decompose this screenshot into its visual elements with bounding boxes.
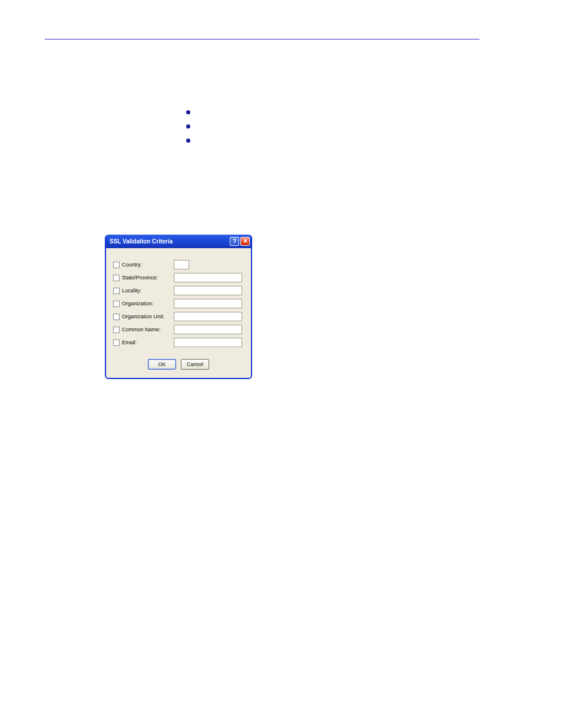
locality-label[interactable]: Locality: — [122, 288, 171, 294]
titlebar-buttons: ? — [230, 237, 250, 246]
field-row-commonname: Common Name: — [113, 325, 244, 334]
country-input[interactable] — [174, 260, 189, 269]
field-row-orgunit: Organization Unit: — [113, 312, 244, 321]
field-row-email: Email: — [113, 338, 244, 347]
cancel-button[interactable]: Cancel — [181, 359, 209, 370]
help-icon: ? — [233, 238, 237, 245]
locality-input[interactable] — [174, 286, 242, 295]
ok-button[interactable]: OK — [148, 359, 176, 370]
header-divider — [45, 39, 480, 39]
locality-checkbox[interactable] — [113, 288, 120, 294]
close-button[interactable] — [240, 237, 250, 246]
state-checkbox[interactable] — [113, 275, 120, 281]
organization-input[interactable] — [174, 299, 242, 308]
commonname-checkbox[interactable] — [113, 327, 120, 333]
field-row-country: Country: — [113, 260, 244, 269]
ssl-validation-dialog: SSL Validation Criteria ? Country: — [105, 235, 252, 379]
field-row-locality: Locality: — [113, 286, 244, 295]
dialog-button-row: OK Cancel — [113, 351, 244, 373]
close-icon — [243, 238, 248, 245]
dialog-title: SSL Validation Criteria — [110, 238, 173, 245]
state-input[interactable] — [174, 273, 242, 282]
email-label[interactable]: Email: — [122, 340, 171, 345]
email-checkbox[interactable] — [113, 340, 120, 346]
orgunit-label[interactable]: Organization Unit: — [122, 314, 171, 319]
commonname-input[interactable] — [174, 325, 242, 334]
field-row-organization: Organization: — [113, 299, 244, 308]
help-button[interactable]: ? — [230, 237, 239, 246]
state-label[interactable]: State/Province: — [122, 275, 171, 281]
field-row-state: State/Province: — [113, 273, 244, 282]
email-input[interactable] — [174, 338, 242, 347]
commonname-label[interactable]: Common Name: — [122, 327, 171, 332]
dialog-body: Country: State/Province: Locality: Organ… — [106, 248, 251, 378]
orgunit-checkbox[interactable] — [113, 314, 120, 320]
organization-checkbox[interactable] — [113, 301, 120, 307]
orgunit-input[interactable] — [174, 312, 242, 321]
country-label[interactable]: Country: — [122, 262, 171, 268]
country-checkbox[interactable] — [113, 262, 120, 268]
organization-label[interactable]: Organization: — [122, 301, 171, 307]
dialog-titlebar[interactable]: SSL Validation Criteria ? — [106, 235, 251, 248]
